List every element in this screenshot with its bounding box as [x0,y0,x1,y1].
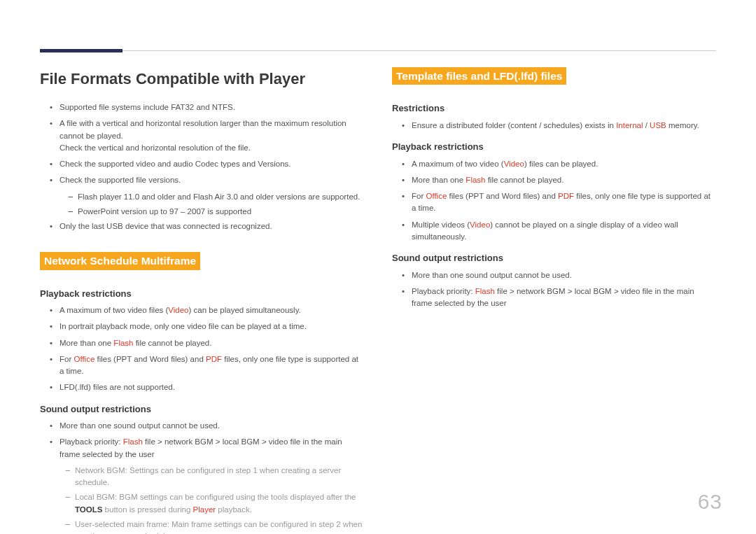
left-column: File Formats Compatible with Player Supp… [40,67,364,534]
nsm-so-heading: Sound output restrictions [40,402,364,416]
list-item: In portrait playback mode, only one vide… [47,321,364,332]
tpl-pb-list: A maximum of two video (Video) files can… [392,158,716,244]
list-item: Only the last USB device that was connec… [47,220,364,232]
list-item: More than one sound output cannot be use… [47,420,364,432]
tpl-so-list: More than one sound output cannot be use… [392,269,716,310]
list-item: User-selected main frame: Main frame set… [64,519,364,534]
tpl-pb-heading: Playback restrictions [392,140,716,154]
list-item: For Office files (PPT and Word files) an… [47,353,364,378]
list-item: A file with a vertical and horizontal re… [47,118,364,154]
list-item: A maximum of two video files (Video) can… [47,304,364,316]
list-item: Flash player 11.0 and older and Flash Ai… [66,191,364,203]
page-content: File Formats Compatible with Player Supp… [40,67,716,534]
list-item: A maximum of two video (Video) files can… [399,158,716,170]
nsm-pb-heading: Playback restrictions [40,287,364,301]
nsm-pb-list: A maximum of two video files (Video) can… [40,304,364,394]
list-item: Ensure a distributed folder (content / s… [399,120,716,132]
list-item: Playback priority: Flash file > network … [399,286,716,310]
list-item: For Office files (PPT and Word files) an… [399,190,716,215]
tpl-rest-list: Ensure a distributed folder (content / s… [392,120,716,132]
list-item: More than one Flash file cannot be playe… [47,337,364,349]
list-item: Multiple videos (Video) cannot be played… [399,219,716,244]
dash-list: Flash player 11.0 and older and Flash Ai… [47,191,364,218]
right-column: Template files and LFD(.lfd) files Restr… [392,67,716,534]
list-item: Playback priority: Flash file > network … [47,436,364,461]
nsm-so-dash-list: Network BGM: Settings can be configured … [40,465,364,534]
list-item: Local BGM: BGM settings can be configure… [64,491,364,516]
list-item: More than one Flash file cannot be playe… [399,174,716,186]
list-item: Supported file systems include FAT32 and… [47,101,364,113]
header-rule-accent [40,49,122,52]
list-item: PowerPoint version up to 97 – 2007 is su… [66,206,364,218]
tpl-so-heading: Sound output restrictions [392,251,716,265]
list-item: More than one sound output cannot be use… [399,269,716,281]
intro-list: Supported file systems include FAT32 and… [40,101,364,232]
page-number: 63 [698,486,722,517]
header-rule [40,50,716,51]
nsm-heading: Network Schedule Multiframe [40,252,200,269]
list-item: Network BGM: Settings can be configured … [64,465,364,489]
nsm-so-list: More than one sound output cannot be use… [40,420,364,461]
list-item: Check the supported video and audio Code… [47,158,364,170]
tpl-heading: Template files and LFD(.lfd) files [392,67,566,85]
tpl-rest-heading: Restrictions [392,101,716,115]
list-item: LFD(.lfd) files are not supported. [47,381,364,393]
list-item: Check the supported file versions. [47,174,364,186]
page-title: File Formats Compatible with Player [40,67,364,90]
